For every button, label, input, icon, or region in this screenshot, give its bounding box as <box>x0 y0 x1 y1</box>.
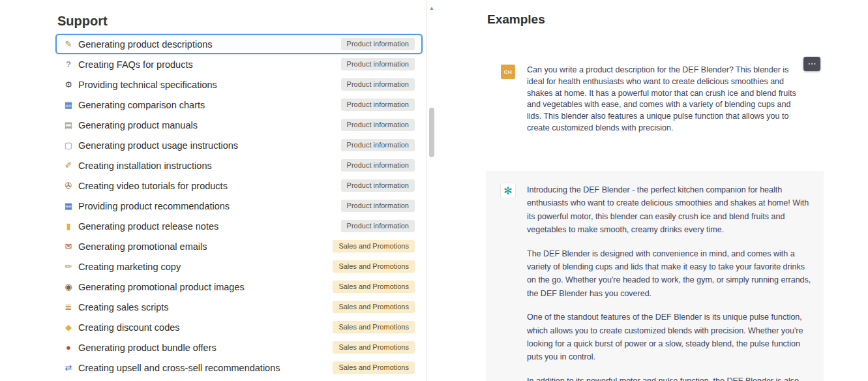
list-item-label: Providing product recommendations <box>78 201 341 211</box>
category-badge: Product information <box>341 179 415 192</box>
category-badge: Sales and Promotions <box>333 341 415 354</box>
memo-icon: ✎ <box>62 40 75 48</box>
list-item-label: Creating upsell and cross-sell recommend… <box>78 363 333 373</box>
category-badge: Product information <box>341 99 415 111</box>
list-item[interactable]: ● Generating product bundle offers Sales… <box>55 337 423 358</box>
openai-logo-icon: ✻ <box>501 183 515 198</box>
assistant-paragraph: One of the standout features of the DEF … <box>527 311 814 364</box>
list-item[interactable]: ✇ Creating video tutorials for products … <box>55 175 423 196</box>
category-badge: Sales and Promotions <box>333 240 415 252</box>
control-knobs-icon: ⚙ <box>62 80 75 89</box>
category-badge: Product information <box>341 159 415 172</box>
list-item[interactable]: ▮ Generating product release notes Produ… <box>55 216 423 236</box>
document-icon: ▤ <box>62 121 75 129</box>
category-badge: Sales and Promotions <box>333 301 415 313</box>
category-badge: Product information <box>341 139 415 151</box>
list-item-label: Creating sales scripts <box>78 302 333 312</box>
list-item[interactable]: ⇄ Creating upsell and cross-sell recomme… <box>55 358 423 378</box>
support-list: ✎ Generating product descriptions Produc… <box>55 34 423 378</box>
pencil-icon: ✏ <box>62 262 75 271</box>
list-item[interactable]: ≣ Creating sales scripts Sales and Promo… <box>55 297 423 317</box>
category-badge: Product information <box>341 78 415 91</box>
page-title: Support <box>57 12 423 30</box>
scroll-icon: ≣ <box>62 303 75 311</box>
list-item-label: Creating FAQs for products <box>78 59 341 70</box>
list-item[interactable]: ◆ Creating discount codes Sales and Prom… <box>55 317 423 337</box>
list-item[interactable]: ▦ Providing product recommendations Prod… <box>55 196 423 216</box>
list-item[interactable]: ✐ Creating installation instructions Pro… <box>55 155 423 175</box>
list-item-label: Creating installation instructions <box>78 160 341 171</box>
abacus-icon: ▦ <box>62 202 75 210</box>
list-item[interactable]: ▢ Generating product usage instructions … <box>55 135 423 155</box>
category-badge: Sales and Promotions <box>333 361 415 374</box>
list-item-label: Generating product bundle offers <box>78 343 333 353</box>
notebook-icon: ▮ <box>62 222 75 230</box>
list-item-label: Creating marketing copy <box>78 262 333 272</box>
category-badge: Product information <box>341 58 415 70</box>
list-item-label: Creating discount codes <box>78 322 333 333</box>
shopping-bag-icon: ● <box>62 343 75 352</box>
assistant-message-text: Introducing the DEF Blender - the perfec… <box>527 183 814 381</box>
category-badge: Sales and Promotions <box>333 281 415 293</box>
category-badge: Product information <box>341 38 415 50</box>
camera-icon: ◉ <box>62 282 75 291</box>
list-item[interactable]: ✏ Creating marketing copy Sales and Prom… <box>55 256 423 277</box>
list-item-label: Creating video tutorials for products <box>78 181 341 191</box>
scrollbar-thumb[interactable] <box>429 108 434 157</box>
user-message-text: Can you write a product description for … <box>527 65 807 134</box>
assistant-paragraph: The DEF Blender is designed with conveni… <box>527 247 814 301</box>
label-tag-icon: ◆ <box>62 323 75 331</box>
scrollbar[interactable]: ▲ <box>427 0 436 381</box>
film-icon: ✇ <box>62 181 75 190</box>
assistant-paragraph: In addition to its powerful motor and pu… <box>527 374 814 381</box>
list-item[interactable]: ⚙ Providing technical specifications Pro… <box>55 74 423 95</box>
category-badge: Sales and Promotions <box>333 321 415 333</box>
assistant-paragraph: Introducing the DEF Blender - the perfec… <box>527 183 814 237</box>
list-item-label: Generating comparison charts <box>78 100 341 110</box>
assistant-message: ✻ Introducing the DEF Blender - the perf… <box>486 171 824 381</box>
bar-chart-icon: ▦ <box>62 100 75 109</box>
list-item[interactable]: ✎ Generating product descriptions Produc… <box>55 34 423 54</box>
category-badge: Product information <box>341 119 415 131</box>
user-avatar: CH <box>501 65 515 79</box>
list-item[interactable]: ✉ Generating promotional emails Sales an… <box>55 236 423 256</box>
list-item-label: Generating promotional product images <box>78 282 333 292</box>
list-item[interactable]: ? Creating FAQs for products Product inf… <box>55 54 423 74</box>
more-options-button[interactable]: ⋯ <box>803 57 820 71</box>
category-badge: Product information <box>341 200 415 212</box>
list-item[interactable]: ◉ Generating promotional product images … <box>55 277 423 297</box>
question-icon: ? <box>62 60 75 69</box>
list-item[interactable]: ▤ Generating product manuals Product inf… <box>55 115 423 135</box>
list-item-label: Generating product descriptions <box>78 39 341 50</box>
list-item[interactable]: ▦ Generating comparison charts Product i… <box>55 95 423 115</box>
computer-icon: ▢ <box>62 141 75 149</box>
outbox-icon: ✉ <box>62 242 75 251</box>
memo-pencil-icon: ✐ <box>62 161 75 170</box>
scroll-up-button[interactable]: ▲ <box>427 5 436 11</box>
shuffle-icon: ⇄ <box>62 363 75 372</box>
category-badge: Product information <box>341 220 415 232</box>
user-message: CH Can you write a product description f… <box>501 65 807 134</box>
list-item-label: Generating product release notes <box>78 221 341 232</box>
category-badge: Sales and Promotions <box>333 260 415 273</box>
list-item-label: Generating promotional emails <box>78 241 333 252</box>
list-item-label: Providing technical specifications <box>78 80 341 90</box>
support-list-panel: Support ✎ Generating product description… <box>55 12 423 378</box>
list-item-label: Generating product usage instructions <box>78 140 341 151</box>
list-item-label: Generating product manuals <box>78 120 341 130</box>
examples-title: Examples <box>487 11 545 28</box>
